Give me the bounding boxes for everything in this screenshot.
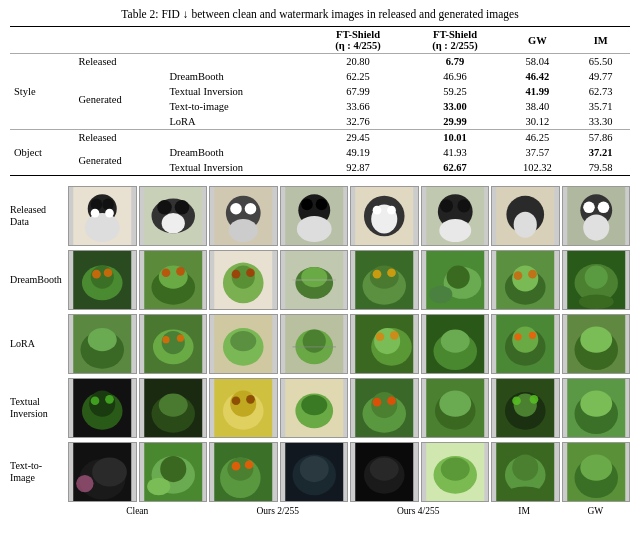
svg-point-155	[299, 456, 328, 482]
col-label-gw: GW	[561, 506, 630, 516]
style-dreambooth-ftshield2: 46.96	[407, 69, 504, 84]
svg-point-39	[597, 202, 609, 214]
col-label-ours2: Ours 2/255	[209, 506, 348, 516]
svg-point-152	[245, 460, 254, 469]
style-ti-ftshield2: 59.25	[407, 84, 504, 99]
image-cells-released	[68, 186, 630, 246]
style-dreambooth-gw: 46.42	[504, 69, 572, 84]
ti-img-5	[350, 378, 419, 438]
svg-point-127	[373, 398, 382, 407]
style-released-ftshield4: 20.80	[310, 54, 407, 70]
col-header-im: IM	[571, 27, 630, 54]
ti-img-8	[562, 378, 631, 438]
svg-point-107	[580, 327, 612, 353]
svg-point-54	[246, 268, 255, 277]
style-released-im: 65.50	[571, 54, 630, 70]
images-section: Released Data	[10, 186, 630, 516]
lora-img-4	[280, 314, 349, 374]
svg-point-95	[376, 332, 385, 341]
svg-point-71	[514, 271, 523, 280]
style-t2i-ftshield2: 33.00	[407, 99, 504, 114]
method-dreambooth-style: DreamBooth	[165, 69, 309, 84]
svg-point-131	[439, 391, 471, 417]
dreambooth-img-6	[421, 250, 490, 310]
svg-point-9	[157, 200, 172, 215]
svg-point-62	[373, 270, 382, 279]
svg-point-49	[176, 267, 185, 276]
style-lora-ftshield2: 29.99	[407, 114, 504, 130]
object-released-ftshield4: 29.45	[310, 130, 407, 146]
t2i-img-6	[421, 442, 490, 502]
svg-point-34	[514, 212, 537, 238]
subcategory-generated-style: Generated	[75, 69, 166, 130]
svg-point-139	[580, 391, 612, 417]
svg-point-48	[161, 268, 170, 277]
image-row-dreambooth: DreamBooth	[10, 250, 630, 310]
style-dreambooth-im: 49.77	[571, 69, 630, 84]
svg-point-147	[147, 478, 170, 495]
svg-point-72	[528, 270, 537, 279]
svg-point-6	[105, 209, 114, 218]
svg-point-123	[301, 395, 327, 415]
svg-point-87	[230, 331, 256, 351]
image-cells-lora	[68, 314, 630, 374]
col-label-im: IM	[490, 506, 559, 516]
lora-img-2	[139, 314, 208, 374]
released-img-4	[280, 186, 349, 246]
row-label-released: Released Data	[10, 204, 68, 228]
svg-point-103	[514, 333, 521, 340]
fid-table: FT-Shield(η : 4/255) FT-Shield(η : 2/255…	[10, 26, 630, 176]
svg-point-119	[232, 396, 241, 405]
svg-point-19	[301, 199, 313, 211]
svg-point-31	[439, 219, 471, 242]
released-img-6	[421, 186, 490, 246]
svg-point-135	[512, 396, 521, 405]
svg-point-15	[230, 203, 242, 215]
dreambooth-img-4	[280, 250, 349, 310]
t2i-img-1	[68, 442, 137, 502]
t2i-img-7	[491, 442, 560, 502]
svg-point-63	[387, 268, 396, 277]
released-img-8	[562, 186, 631, 246]
svg-point-161	[440, 458, 469, 481]
style-ti-ftshield4: 67.99	[310, 84, 407, 99]
released-img-2	[139, 186, 208, 246]
svg-point-4	[85, 213, 120, 242]
object-ti-im: 79.58	[571, 160, 630, 176]
svg-point-30	[457, 199, 470, 212]
object-ti-gw: 102.32	[504, 160, 572, 176]
lora-img-5	[350, 314, 419, 374]
t2i-img-5	[350, 442, 419, 502]
t2i-img-8	[562, 442, 631, 502]
svg-point-20	[315, 199, 327, 211]
method-textualinversion-object: Textual Inversion	[165, 160, 309, 176]
svg-point-151	[232, 462, 241, 471]
ti-img-3	[209, 378, 278, 438]
svg-point-38	[583, 202, 595, 214]
subcategory-released-style: Released	[75, 54, 166, 70]
svg-point-75	[584, 266, 607, 289]
svg-point-44	[104, 268, 113, 277]
svg-point-3	[102, 199, 114, 211]
svg-point-79	[88, 328, 117, 351]
page-container: Table 2: FID ↓ between clean and waterma…	[0, 0, 640, 524]
image-cells-dreambooth	[68, 250, 630, 310]
subcategory-generated-object: Generated	[75, 145, 166, 176]
t2i-img-4	[280, 442, 349, 502]
svg-point-128	[387, 396, 396, 405]
svg-point-11	[161, 213, 184, 233]
object-released-im: 57.86	[571, 130, 630, 146]
column-labels: Clean Ours 2/255 Ours 4/255 IM GW	[10, 506, 630, 516]
object-ti-ftshield4: 92.87	[310, 160, 407, 176]
svg-point-164	[512, 455, 538, 481]
svg-point-5	[91, 209, 100, 218]
style-ti-gw: 41.99	[504, 84, 572, 99]
svg-point-104	[529, 332, 536, 339]
dreambooth-img-8	[562, 250, 631, 310]
ti-img-2	[139, 378, 208, 438]
svg-point-83	[162, 336, 169, 343]
lora-img-3	[209, 314, 278, 374]
col-header-ftshield-4: FT-Shield(η : 4/255)	[310, 27, 407, 54]
object-dreambooth-gw: 37.57	[504, 145, 572, 160]
category-object: Object	[10, 130, 75, 176]
